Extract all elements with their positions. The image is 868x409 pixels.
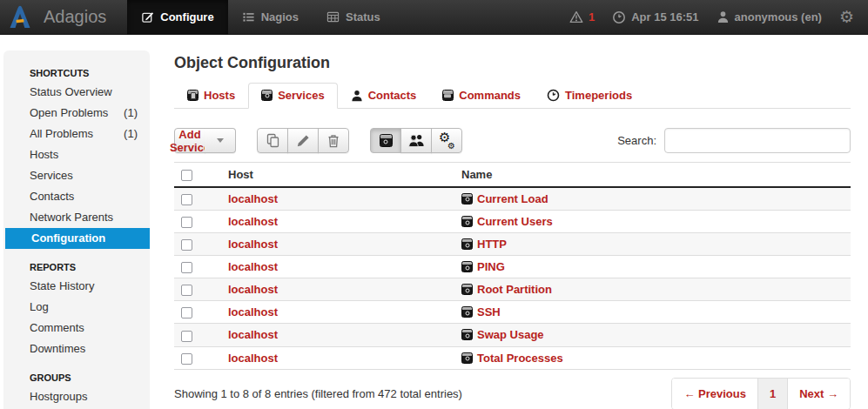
command-window-icon: [442, 90, 454, 101]
host-link[interactable]: localhost: [228, 192, 278, 205]
table-icon: [326, 10, 340, 23]
service-link[interactable]: Current Users: [477, 215, 553, 228]
brand[interactable]: Adagios: [0, 4, 127, 30]
copy-button[interactable]: [257, 128, 288, 153]
host-link[interactable]: localhost: [228, 328, 278, 341]
sidebar-item-label: Hosts: [30, 149, 58, 161]
sidebar-item-configuration[interactable]: Configuration: [5, 228, 150, 249]
service-window-icon: [461, 261, 473, 272]
sidebar-heading: REPORTS: [3, 257, 150, 276]
service-link[interactable]: Current Load: [477, 192, 548, 205]
user-menu[interactable]: anonymous (en): [717, 10, 822, 23]
sidebar-item-state-history[interactable]: State History: [3, 276, 150, 297]
navbar-right: 1 Apr 15 16:51 anonymous (en) ⚙: [569, 9, 868, 25]
row-checkbox[interactable]: [181, 239, 192, 251]
sidebar-item-hosts[interactable]: Hosts: [3, 144, 150, 165]
delete-button[interactable]: [318, 128, 349, 153]
page-title: Object Configuration: [174, 54, 851, 72]
service-window-icon: [461, 284, 473, 295]
alert-count: 1: [589, 10, 595, 23]
row-checkbox[interactable]: [181, 262, 192, 273]
service-window-icon: [380, 134, 393, 147]
service-window-icon: [261, 90, 273, 101]
tab-services[interactable]: Services: [248, 83, 338, 109]
sidebar-item-status-overview[interactable]: Status Overview: [3, 82, 150, 103]
sidebar-item-hostgroups[interactable]: Hostgroups: [3, 386, 150, 407]
row-checkbox[interactable]: [181, 331, 192, 342]
service-link[interactable]: HTTP: [477, 238, 507, 251]
people-icon: [408, 134, 425, 147]
settings-gear-icon[interactable]: ⚙: [839, 9, 854, 25]
host-link[interactable]: localhost: [228, 305, 278, 318]
brand-name: Adagios: [44, 7, 106, 27]
edit-button[interactable]: [287, 128, 319, 153]
nav-item-status[interactable]: Status: [313, 0, 394, 35]
main-content: Object Configuration Hosts Services Cont…: [174, 52, 851, 409]
select-all-checkbox[interactable]: [181, 170, 192, 181]
next-page-button[interactable]: Next →: [788, 379, 850, 409]
pagination: ← Previous 1 Next →: [671, 378, 851, 409]
sidebar-item-network-parents[interactable]: Network Parents: [3, 207, 150, 228]
nav-item-label: Status: [346, 10, 380, 23]
search-input[interactable]: [664, 128, 851, 153]
current-page-button[interactable]: 1: [757, 379, 788, 409]
row-checkbox[interactable]: [181, 194, 192, 205]
count-badge: (1): [124, 128, 138, 140]
host-link[interactable]: localhost: [228, 238, 278, 251]
row-checkbox[interactable]: [181, 307, 192, 318]
host-link[interactable]: localhost: [228, 352, 278, 365]
service-link[interactable]: Total Processes: [477, 352, 563, 365]
contacts-view-button[interactable]: [400, 128, 432, 153]
nav-item-nagios[interactable]: Nagios: [228, 0, 313, 35]
person-icon: [351, 90, 363, 102]
sidebar-item-label: Contacts: [30, 191, 74, 203]
tab-hosts[interactable]: Hosts: [174, 83, 248, 109]
add-service-group: Add Service: [174, 128, 236, 153]
row-checkbox[interactable]: [181, 217, 192, 228]
entries-info: Showing 1 to 8 of 8 entries (filtered fr…: [174, 387, 462, 400]
service-link[interactable]: Swap Usage: [477, 328, 544, 341]
tab-contacts[interactable]: Contacts: [338, 83, 430, 109]
sidebar-item-comments[interactable]: Comments: [3, 318, 150, 339]
table-row: localhost PING: [174, 256, 851, 278]
tab-commands[interactable]: Commands: [429, 83, 534, 109]
count-badge: (1): [124, 107, 138, 119]
settings-view-button[interactable]: ⚙ ⚙: [431, 128, 462, 153]
add-service-button[interactable]: Add Service: [174, 128, 205, 153]
tab-timeperiods[interactable]: Timeperiods: [534, 83, 645, 109]
sidebar-item-services[interactable]: Services: [3, 165, 150, 186]
sidebar-item-contacts[interactable]: Contacts: [3, 186, 150, 207]
row-checkbox[interactable]: [181, 353, 192, 365]
user-icon: [717, 10, 730, 23]
host-link[interactable]: localhost: [228, 283, 278, 296]
sidebar: SHORTCUTS Status Overview Open Problems(…: [3, 50, 150, 409]
add-service-dropdown-button[interactable]: [205, 128, 236, 153]
sidebar-section-groups: GROUPS Hostgroups: [3, 367, 150, 407]
service-window-icon: [461, 193, 473, 204]
service-link[interactable]: Root Partition: [477, 283, 552, 296]
host-link[interactable]: localhost: [228, 260, 278, 273]
service-link[interactable]: SSH: [477, 305, 501, 318]
copy-icon: [266, 133, 280, 148]
tab-label: Services: [278, 89, 325, 102]
list-icon: [242, 10, 255, 23]
sidebar-item-label: All Problems: [30, 128, 93, 140]
column-header-host[interactable]: Host: [221, 163, 454, 188]
sidebar-item-open-problems[interactable]: Open Problems(1): [3, 103, 150, 124]
previous-page-button[interactable]: ← Previous: [672, 379, 757, 409]
datetime-indicator[interactable]: Apr 15 16:51: [612, 10, 698, 24]
sidebar-item-label: Network Parents: [30, 211, 113, 224]
sidebar-item-downtimes[interactable]: Downtimes: [3, 339, 150, 359]
host-link[interactable]: localhost: [228, 215, 278, 228]
nav-item-configure[interactable]: Configure: [127, 0, 227, 35]
column-header-name[interactable]: Name: [454, 163, 851, 188]
services-view-button[interactable]: [370, 128, 401, 153]
alerts-indicator[interactable]: 1: [569, 10, 595, 23]
tab-label: Commands: [459, 89, 521, 102]
table-footer: Showing 1 to 8 of 8 entries (filtered fr…: [174, 378, 851, 409]
search-box: Search:: [617, 128, 851, 153]
sidebar-item-all-problems[interactable]: All Problems(1): [3, 124, 150, 144]
sidebar-item-log[interactable]: Log: [3, 297, 150, 318]
service-link[interactable]: PING: [477, 260, 505, 273]
row-checkbox[interactable]: [181, 285, 192, 296]
